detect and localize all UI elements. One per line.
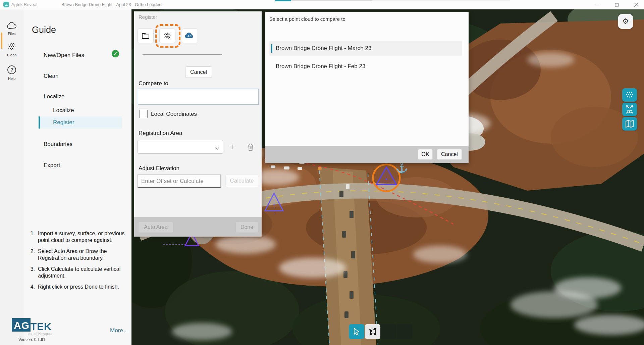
guide-item-label: Export bbox=[44, 162, 60, 169]
local-coordinates-checkbox[interactable] bbox=[139, 110, 148, 118]
point-cloud-option-march[interactable]: Brown Bridge Drone Flight - March 23 bbox=[269, 41, 462, 56]
guide-item-label: Localize bbox=[53, 107, 74, 114]
document-title: Brown Bridge Drone Flight - April 23 - O… bbox=[61, 2, 161, 7]
guide-item-localize-sub[interactable]: Localize bbox=[39, 104, 122, 116]
app-name: Agtek Reveal bbox=[11, 2, 37, 7]
guide-item-label: Clean bbox=[44, 73, 58, 80]
guide-title: Guide bbox=[32, 25, 56, 35]
ag-cloud-icon: AG bbox=[185, 33, 195, 39]
step-4: 4. Right click or press Done to finish. bbox=[26, 284, 127, 290]
offset-input[interactable] bbox=[138, 175, 221, 188]
register-cancel-button[interactable]: Cancel bbox=[185, 66, 212, 78]
register-footer: Auto Area Done bbox=[134, 217, 262, 237]
svg-text:AG: AG bbox=[187, 35, 192, 38]
guide-item-boundaries[interactable]: Boundaries bbox=[39, 138, 122, 150]
dialog-footer: OK Cancel bbox=[265, 146, 469, 163]
tool-slot-4[interactable] bbox=[397, 324, 413, 339]
close-button[interactable] bbox=[633, 2, 639, 8]
svg-text:?: ? bbox=[10, 67, 13, 72]
dialog-ok-button[interactable]: OK bbox=[418, 149, 433, 160]
step-number: 4. bbox=[26, 284, 35, 290]
rail-label: Help bbox=[0, 77, 23, 81]
auto-area-button[interactable]: Auto Area bbox=[138, 221, 173, 233]
rail-item-files[interactable]: Files bbox=[0, 22, 23, 36]
settings-button[interactable]: ⚙ bbox=[618, 14, 633, 29]
point-cloud-icon bbox=[7, 42, 16, 51]
draw-rectangle-icon bbox=[368, 327, 377, 336]
step-text: Import a survey, surface, or previous po… bbox=[38, 230, 127, 244]
map-layer-buttons bbox=[622, 88, 637, 131]
logo-ag: AG bbox=[12, 318, 31, 332]
divider bbox=[143, 54, 222, 55]
trash-icon bbox=[247, 143, 255, 151]
tool-slot-3[interactable] bbox=[381, 324, 396, 339]
guide-item-localize[interactable]: Localize bbox=[39, 91, 122, 103]
registration-area-dropdown[interactable] bbox=[138, 140, 223, 154]
point-cloud-layer-button[interactable] bbox=[622, 88, 637, 102]
rail-label: Clean bbox=[0, 53, 23, 57]
guide-item-export[interactable]: Export bbox=[39, 159, 122, 171]
step-2: 2. Select Auto Area or Draw the Registra… bbox=[26, 248, 127, 261]
point-cloud-dots-icon bbox=[625, 91, 634, 99]
titlebar: ☁ Agtek Reveal Brown Bridge Drone Flight… bbox=[0, 0, 644, 9]
rail-item-help[interactable]: ? Help bbox=[0, 65, 23, 81]
draw-area-tool-button[interactable] bbox=[365, 324, 380, 339]
drone-flight-layer-button[interactable] bbox=[622, 103, 637, 116]
compare-to-input[interactable] bbox=[138, 89, 259, 105]
step-number: 2. bbox=[26, 248, 35, 261]
version-label: Version: 0.1.61 bbox=[18, 337, 52, 342]
option-label: Brown Bridge Drone Flight - March 23 bbox=[276, 45, 371, 52]
dialog-title: Select a point cloud to compare to bbox=[269, 16, 345, 22]
local-coordinates-label: Local Coordinates bbox=[151, 111, 197, 117]
step-3: 3. Click Calculate to calculate vertical… bbox=[26, 266, 127, 279]
ag-cloud-source-button[interactable]: AG bbox=[182, 29, 198, 43]
select-tool-button[interactable] bbox=[349, 324, 364, 339]
cloud-icon bbox=[7, 22, 17, 30]
step-text: Right click or press Done to finish. bbox=[38, 284, 119, 290]
step-number: 3. bbox=[26, 266, 35, 279]
select-point-cloud-dialog: Select a point cloud to compare to Brown… bbox=[265, 12, 469, 163]
rail-item-clean[interactable]: Clean bbox=[0, 42, 23, 57]
app-window: ⚓ ☁ Agtek Reveal Brown Bridge Drone Flig… bbox=[0, 0, 644, 345]
map-layer-button[interactable] bbox=[622, 117, 637, 131]
drone-over-map-icon bbox=[625, 105, 634, 114]
agtek-logo: AG TEK part of Hexagon Version: 0.1.61 bbox=[12, 318, 52, 342]
done-button[interactable]: Done bbox=[235, 221, 258, 233]
step-1: 1. Import a survey, surface, or previous… bbox=[26, 230, 127, 244]
rail-label: Files bbox=[0, 32, 23, 36]
step-number: 1. bbox=[26, 230, 35, 244]
bottom-toolbar bbox=[349, 324, 413, 339]
selection-bar bbox=[271, 44, 272, 53]
register-panel-title: Register bbox=[139, 14, 157, 20]
guide-item-clean[interactable]: Clean bbox=[39, 70, 122, 82]
delete-area-button[interactable] bbox=[245, 142, 256, 153]
restore-button[interactable] bbox=[614, 2, 620, 8]
adjust-elevation-label: Adjust Elevation bbox=[139, 165, 179, 172]
registration-area-label: Registration Area bbox=[139, 130, 182, 137]
register-panel: Register AG Cancel Compare to Local Coor… bbox=[134, 11, 262, 237]
dialog-cancel-button[interactable]: Cancel bbox=[437, 149, 462, 160]
chevron-down-icon bbox=[215, 145, 219, 151]
step-text: Click Calculate to calculate vertical ad… bbox=[38, 266, 127, 279]
guide-item-label: Register bbox=[53, 119, 74, 126]
point-cloud-option-feb[interactable]: Brown Bridge Drone Flight - Feb 23 bbox=[269, 59, 462, 74]
step-text: Select Auto Area or Draw the Registratio… bbox=[38, 248, 127, 261]
import-file-button[interactable] bbox=[138, 29, 154, 43]
logo-tek: TEK bbox=[31, 322, 52, 332]
option-label: Brown Bridge Drone Flight - Feb 23 bbox=[276, 63, 365, 70]
guide-panel: Guide New/Open Files ✓ Clean Localize Lo… bbox=[23, 9, 131, 345]
guide-item-label: Localize bbox=[44, 93, 64, 100]
left-icon-rail: Files Clean ? Help bbox=[0, 9, 23, 345]
guide-item-register[interactable]: Register bbox=[39, 116, 122, 129]
point-cloud-source-button[interactable] bbox=[159, 29, 175, 43]
more-link[interactable]: More... bbox=[110, 327, 128, 334]
gear-icon: ⚙ bbox=[622, 17, 629, 26]
point-cloud-icon bbox=[163, 32, 172, 40]
calculate-button[interactable]: Calculate bbox=[225, 175, 258, 187]
minimize-button[interactable] bbox=[594, 2, 600, 8]
guide-steps: 1. Import a survey, surface, or previous… bbox=[26, 230, 127, 295]
add-area-button[interactable]: + bbox=[225, 141, 239, 153]
guide-item-new-open-files[interactable]: New/Open Files bbox=[39, 49, 122, 61]
check-circle-icon: ✓ bbox=[112, 50, 119, 57]
guide-item-label: New/Open Files bbox=[44, 52, 84, 59]
